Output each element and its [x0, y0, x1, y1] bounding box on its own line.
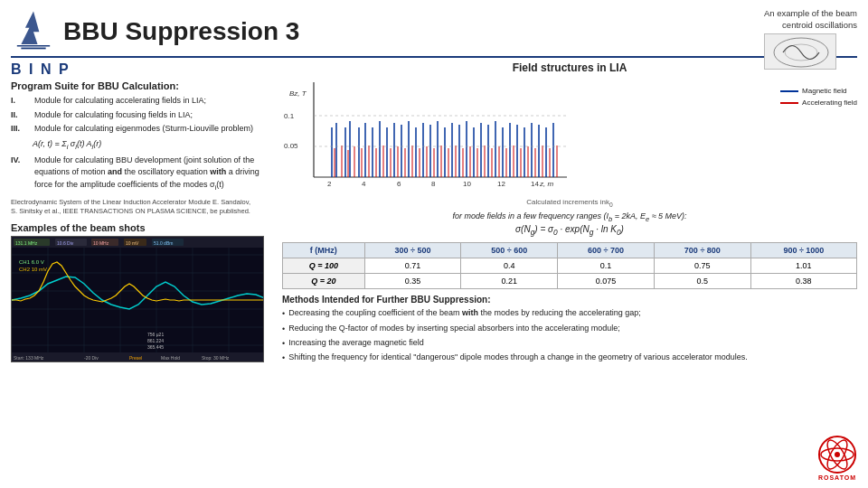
q100-val-3: 0.1 [558, 258, 655, 274]
reference-line2: S. Sinitsky et al., IEEE TRANSACTIONS ON… [11, 207, 273, 217]
rosatom-logo-icon [817, 435, 857, 474]
svg-text:CH2  10 mV: CH2 10 mV [19, 267, 47, 272]
svg-text:10.6 Div: 10.6 Div [57, 240, 74, 246]
svg-text:14: 14 [531, 180, 539, 188]
header-divider [11, 56, 857, 58]
bullet-icon: • [282, 352, 285, 363]
field-chart: 0.1 0.05 Bz, T 2 4 6 8 10 12 14 z, m [282, 78, 775, 197]
logo-area: BBU Suppression 3 [11, 7, 299, 52]
svg-text:Bz, T: Bz, T [289, 89, 307, 98]
binp-label: B I N P [11, 61, 273, 78]
methods-list: • Decreasing the coupling coefficient of… [282, 307, 857, 363]
q100-val-1: 0.71 [364, 258, 461, 274]
program-item-4: Module for calculating BBU development (… [34, 155, 273, 192]
methods-title: Methods Intended for Further BBU Suppres… [282, 295, 857, 305]
svg-text:4: 4 [362, 180, 366, 188]
svg-text:861.224: 861.224 [147, 338, 164, 343]
svg-text:0.05: 0.05 [284, 142, 298, 150]
svg-text:6: 6 [397, 180, 401, 188]
legend-accelerating-line-icon [780, 102, 798, 104]
svg-text:51.0 dBm: 51.0 dBm [154, 240, 173, 246]
roman-iv: IV. [11, 155, 31, 192]
svg-text:131.1 MHz: 131.1 MHz [15, 240, 38, 246]
method-item-1: Decreasing the coupling coefficient of t… [288, 307, 641, 319]
table-row: Q = 20 0.35 0.21 0.075 0.5 0.38 [283, 274, 857, 289]
roman-ii: II. [11, 109, 31, 122]
formula-section: for mode fields in a few frequency range… [282, 211, 857, 223]
svg-text:10: 10 [463, 180, 471, 188]
svg-marker-0 [21, 12, 39, 44]
list-item: II. Module for calculating focusing fiel… [11, 109, 273, 122]
sigma-formula: σ(Ng) = σ0 · exp(Ng · ln K0) [282, 224, 857, 237]
q100-val-5: 1.01 [750, 258, 856, 274]
chart-area: 0.1 0.05 Bz, T 2 4 6 8 10 12 14 z, m [282, 78, 857, 197]
list-item: I. Module for calculating accelerating f… [11, 95, 273, 108]
table-header-900-1000: 900 ÷ 1000 [750, 243, 856, 258]
q20-val-5: 0.38 [750, 274, 856, 289]
table-header-500-600: 500 ÷ 600 [461, 243, 558, 258]
reference-line1: Electrodynamic System of the Linear Indu… [11, 198, 273, 208]
list-item: • Shifting the frequency for identical "… [282, 352, 857, 363]
svg-text:0.1: 0.1 [284, 112, 295, 120]
list-item: • Decreasing the coupling coefficient of… [282, 307, 857, 319]
svg-text:12: 12 [497, 180, 505, 188]
method-item-4: Shifting the frequency for identical "da… [288, 352, 748, 363]
legend-magnetic-field: Magnetic field [780, 87, 857, 95]
table-header-freq: f (MHz) [283, 243, 365, 258]
method-item-3: Increasing the average magnetic field [288, 337, 424, 349]
references: Electrodynamic System of the Linear Indu… [11, 198, 273, 217]
formula-text: for mode fields in a few frequency range… [452, 211, 686, 221]
svg-text:Max Hold: Max Hold [161, 355, 180, 361]
chart-sub-label: Calculated increments ink0 [282, 198, 857, 208]
oscilloscope-display-icon: 131.1 MHz 10.6 Div 10 MHz 10 mV 51.0 dBm… [12, 237, 264, 362]
chart-legend: Magnetic field Accelerating field [780, 78, 857, 197]
program-item-2: Module for calculating focusing fields i… [34, 109, 193, 122]
method-item-2: Reducing the Q-factor of modes by insert… [288, 323, 620, 334]
svg-text:Start: 133 MHz: Start: 133 MHz [14, 355, 44, 361]
top-right-line1: An example of the beam [764, 8, 857, 18]
svg-text:Presel: Presel [129, 355, 142, 361]
q20-label: Q = 20 [283, 274, 365, 289]
q100-val-2: 0.4 [461, 258, 558, 274]
svg-point-120 [835, 452, 840, 457]
svg-text:8: 8 [431, 180, 436, 188]
q20-val-2: 0.21 [461, 274, 558, 289]
rosatom-label: ROSATOM [818, 474, 856, 481]
legend-magnetic-line-icon [780, 90, 798, 92]
list-item: • Increasing the average magnetic field [282, 337, 857, 349]
program-list: I. Module for calculating accelerating f… [11, 95, 273, 192]
field-chart-svg-icon: 0.1 0.05 Bz, T 2 4 6 8 10 12 14 z, m [282, 78, 571, 195]
svg-text:z, m: z, m [539, 180, 553, 188]
header: BBU Suppression 3 An example of the beam… [0, 0, 868, 52]
svg-text:10 mV: 10 mV [126, 240, 139, 246]
main-content: B I N P Program Suite for BBU Calculatio… [11, 61, 857, 366]
bullet-icon: • [282, 338, 285, 349]
page-title: BBU Suppression 3 [63, 18, 299, 46]
svg-text:365.445: 365.445 [147, 344, 164, 350]
program-suite-title: Program Suite for BBU Calculation: [11, 80, 273, 91]
svg-text:-20 Div: -20 Div [84, 355, 99, 361]
svg-text:756 μ21: 756 μ21 [147, 332, 164, 337]
formula-block-1: A(r, t) = Σi σi(t) Ai(r) [33, 138, 273, 152]
svg-text:10 MHz: 10 MHz [93, 240, 109, 246]
beam-shots-label: Examples of the beam shots [11, 222, 273, 233]
q20-val-4: 0.5 [654, 274, 750, 289]
q100-val-4: 0.75 [654, 258, 750, 274]
list-item: • Reducing the Q-factor of modes by inse… [282, 323, 857, 334]
table-header-300-500: 300 ÷ 500 [364, 243, 461, 258]
roman-iii: III. [11, 123, 31, 136]
roman-i: I. [11, 95, 31, 108]
svg-text:2: 2 [327, 180, 332, 188]
q20-val-3: 0.075 [558, 274, 655, 289]
q100-label: Q = 100 [283, 258, 365, 274]
top-right-line2: centroid oscillations [782, 20, 857, 30]
binp-logo-icon [11, 7, 56, 52]
program-item-3: Module for calculating eigenmodes (Sturm… [34, 123, 253, 136]
program-item-1: Module for calculating accelerating fiel… [34, 95, 206, 108]
table-header-600-700: 600 ÷ 700 [558, 243, 655, 258]
table-row: Q = 100 0.71 0.4 0.1 0.75 1.01 [283, 258, 857, 274]
list-item: IV. Module for calculating BBU developme… [11, 155, 273, 192]
legend-accelerating-field: Accelerating field [780, 99, 857, 107]
legend-magnetic-label: Magnetic field [802, 87, 846, 95]
beam-shots-image: 131.1 MHz 10.6 Div 10 MHz 10 mV 51.0 dBm… [11, 236, 264, 362]
